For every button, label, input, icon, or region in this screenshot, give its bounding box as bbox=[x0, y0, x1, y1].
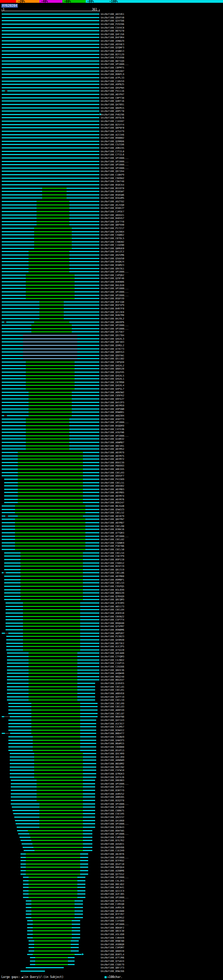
hit-row[interactable]: UniRef100_B5FIQ0 bbox=[0, 301, 223, 304]
hit-bar[interactable] bbox=[2, 121, 99, 122]
hit-row[interactable]: UniRef100_C5K7P9 bbox=[0, 555, 223, 558]
hit-row[interactable]: UniRef100_A9PVW0 bbox=[0, 407, 223, 411]
hit-bar[interactable] bbox=[2, 57, 99, 58]
hit-label[interactable]: UniRef100_B98B02 bbox=[101, 137, 124, 139]
hit-bar[interactable] bbox=[2, 71, 99, 72]
hit-label[interactable]: UniRef100_Q575K7 bbox=[101, 331, 124, 333]
hit-label[interactable]: UniRef100_A3GFN6 bbox=[101, 431, 124, 434]
hit-row[interactable]: UniRef100_B55FI9 bbox=[0, 565, 223, 568]
hit-row[interactable]: UniRef100_B5DGW7 bbox=[0, 190, 223, 193]
hit-row[interactable]: UniRef100_C8BN75 bbox=[0, 809, 223, 813]
hit-row[interactable]: UniRef100_A8U9P6 bbox=[0, 321, 223, 324]
hit-row[interactable]: UniRef100_UPI000... bbox=[0, 856, 223, 859]
hit-bar[interactable] bbox=[2, 131, 99, 132]
hit-label[interactable]: UniRef100_C5JM57 bbox=[101, 725, 124, 728]
hit-label[interactable]: UniRef100_C8CLR1 bbox=[101, 689, 124, 692]
hit-row[interactable]: UniRef100_A5K910 bbox=[0, 611, 223, 615]
hit-row[interactable]: UniRef100_A9RZ45 bbox=[0, 146, 223, 150]
hit-bar[interactable] bbox=[2, 67, 99, 68]
hit-row[interactable]: UniRef100_C9SPQ5 bbox=[0, 585, 223, 588]
hit-row[interactable]: UniRef100_Q3UU50 bbox=[0, 257, 223, 260]
hit-bar[interactable] bbox=[2, 34, 99, 35]
hit-row[interactable]: UniRef100_A9NDZ9 bbox=[0, 39, 223, 43]
hit-label[interactable]: UniRef100_C0PT38 bbox=[101, 97, 124, 99]
hit-row[interactable]: UniRef100_C5JM57 bbox=[0, 725, 223, 729]
hit-row[interactable]: UniRef100_A7SGI0 bbox=[0, 648, 223, 652]
hit-bar[interactable] bbox=[2, 14, 99, 14]
hit-label[interactable]: UniRef100_A5K910 bbox=[101, 612, 124, 615]
hit-label[interactable]: UniRef100_UPI000... bbox=[101, 856, 128, 859]
hit-label[interactable]: UniRef100_Q49RX0 bbox=[101, 639, 124, 641]
hit-row[interactable]: UniRef100_A6YM52 bbox=[0, 447, 223, 451]
hit-row[interactable]: UniRef100_A9ZVM6 bbox=[0, 253, 223, 257]
hit-bar[interactable] bbox=[2, 74, 99, 75]
hit-label[interactable]: UniRef100_B5RTL4 bbox=[101, 953, 124, 956]
hit-row[interactable]: UniRef100_B5DCK4 bbox=[0, 183, 223, 187]
hit-label[interactable]: UniRef100_P41116 bbox=[101, 90, 124, 92]
hit-label[interactable]: UniRef100_Q5MGL2 bbox=[101, 344, 124, 347]
hit-bar[interactable] bbox=[2, 20, 99, 21]
hit-row[interactable]: UniRef100_C8CL87 bbox=[0, 712, 223, 716]
hit-row[interactable]: UniRef100_A5JVQ0 bbox=[0, 204, 223, 207]
hit-row[interactable]: UniRef100_A2FJB5 bbox=[0, 892, 223, 896]
hit-row[interactable]: UniRef100_C8CLR0 bbox=[0, 525, 223, 528]
hit-label[interactable]: UniRef100_B9XI39 bbox=[101, 461, 124, 464]
hit-row[interactable]: UniRef100_C4QB62 bbox=[0, 233, 223, 237]
hit-label[interactable]: UniRef100_C8CL82 bbox=[101, 538, 124, 541]
hit-row[interactable]: UniRef100_B5F5P9 bbox=[0, 304, 223, 307]
hit-row[interactable]: UniRef100_Q6EE36 bbox=[0, 668, 223, 672]
hit-label[interactable]: UniRef100_B2Q3T8 bbox=[101, 799, 124, 802]
hit-label[interactable]: UniRef100_C6H8B8 bbox=[101, 746, 124, 748]
hit-label[interactable]: UniRef100_UPI000... bbox=[101, 896, 128, 899]
hit-row[interactable]: UniRef100_A8Q304 bbox=[0, 414, 223, 417]
hit-row[interactable]: UniRef100_Q2FF19 bbox=[0, 695, 223, 699]
hit-label[interactable]: UniRef100_Q27552 bbox=[101, 873, 124, 876]
hit-label[interactable]: UniRef100_C7YQM3 bbox=[101, 655, 124, 658]
hit-label[interactable]: UniRef100_A3LVD0 bbox=[101, 933, 124, 936]
hit-label[interactable]: UniRef100_P13023 bbox=[101, 635, 124, 638]
hit-label[interactable]: UniRef100_C1GEN8 bbox=[101, 244, 124, 247]
hit-row[interactable]: UniRef100_P41569 bbox=[0, 478, 223, 481]
hit-row[interactable]: UniRef100_C1MIQ0 bbox=[0, 902, 223, 906]
hit-bar[interactable] bbox=[2, 64, 99, 65]
hit-label[interactable]: UniRef100_Q213E8 bbox=[101, 311, 124, 313]
hit-row[interactable]: UniRef100_UPI000... bbox=[0, 923, 223, 926]
hit-row[interactable]: UniRef100_A8WM87 bbox=[0, 441, 223, 444]
hit-row[interactable]: UniRef100_B2W4I2 bbox=[0, 729, 223, 732]
hit-row[interactable]: UniRef100_Q5CJR9 bbox=[0, 756, 223, 759]
hit-row[interactable]: UniRef100_Q6CVH1 bbox=[0, 444, 223, 448]
hit-row[interactable]: UniRef100_C5DE79 bbox=[0, 963, 223, 966]
hit-label[interactable]: UniRef100_A9YZY1 bbox=[101, 786, 124, 788]
hit-label[interactable]: UniRef100_A9RZ45 bbox=[101, 147, 124, 150]
hit-label[interactable]: UniRef100_C8CL52 bbox=[101, 511, 124, 514]
hit-label[interactable]: UniRef100_Q3UU50 bbox=[101, 257, 124, 260]
hit-label[interactable]: UniRef100_B973E2 bbox=[101, 642, 124, 645]
hit-label[interactable]: UniRef100_C1MIQ0 bbox=[101, 903, 124, 905]
hit-bar[interactable] bbox=[2, 100, 99, 102]
hit-label[interactable]: UniRef100_Q75PM7 bbox=[101, 625, 124, 628]
hit-row[interactable]: UniRef100_C4R4V9 bbox=[0, 936, 223, 940]
hit-row[interactable]: UniRef100_UPI000... bbox=[0, 287, 223, 290]
hit-row[interactable]: UniRef100_C7TZL0 bbox=[0, 150, 223, 153]
hit-bar[interactable] bbox=[2, 181, 99, 182]
hit-row[interactable]: UniRef100_B0D4T7 bbox=[0, 732, 223, 735]
hit-row[interactable]: UniRef100_B973E2 bbox=[0, 642, 223, 645]
hit-label[interactable]: UniRef100_UPI000... bbox=[101, 294, 128, 297]
hit-row[interactable]: UniRef100_Q4GXL4 bbox=[0, 384, 223, 387]
hit-row[interactable]: UniRef100_Q5F7Y8 bbox=[0, 220, 223, 224]
hit-label[interactable]: UniRef100_Q54T10 bbox=[101, 863, 124, 865]
hit-row[interactable]: UniRef100_A3LVD0 bbox=[0, 933, 223, 936]
hit-label[interactable]: UniRef100_Q1HR32 bbox=[101, 438, 124, 441]
hit-label[interactable]: UniRef100_A9TDJ6 bbox=[101, 116, 124, 119]
hit-bar[interactable] bbox=[2, 117, 99, 118]
hit-label[interactable]: UniRef100_Q75AV4 bbox=[101, 960, 124, 963]
hit-label[interactable]: UniRef100_Q5W2Z3 bbox=[101, 508, 124, 511]
hit-row[interactable]: UniRef100_A6YM76 bbox=[0, 498, 223, 501]
hit-row[interactable]: UniRef100_Q5EB43 bbox=[0, 826, 223, 829]
hit-row[interactable]: UniRef100_Q9SPW4 bbox=[0, 86, 223, 90]
hit-row[interactable]: UniRef100_Q6FPN7 bbox=[0, 518, 223, 521]
hit-row[interactable]: UniRef100_Q6F483 bbox=[0, 340, 223, 344]
hit-label[interactable]: UniRef100_UPI000... bbox=[101, 421, 128, 424]
hit-row[interactable]: UniRef100_Q213E8 bbox=[0, 310, 223, 314]
hit-row[interactable]: UniRef100_A8UGX1 bbox=[0, 213, 223, 217]
